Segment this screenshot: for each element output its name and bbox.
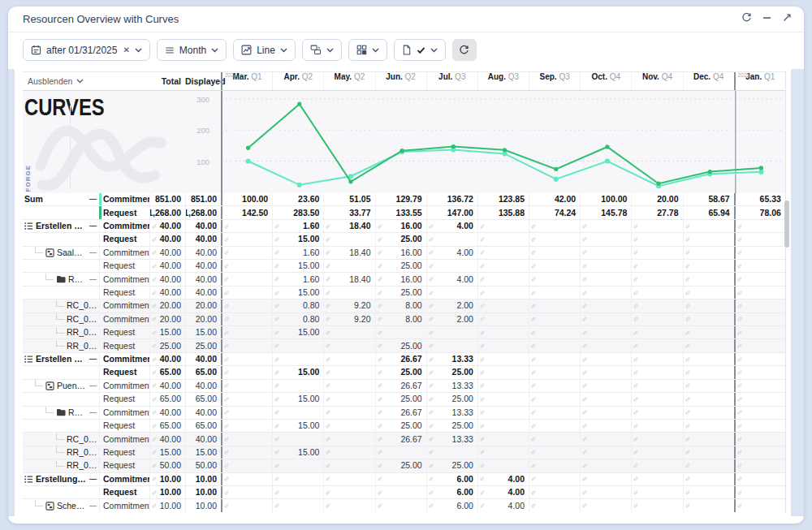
month-cell[interactable]: ✎ [272, 339, 323, 351]
month-cell[interactable]: ✎ [272, 459, 323, 472]
total-cell[interactable]: ✎40.00 [149, 353, 185, 365]
month-cell[interactable]: ✎ [631, 499, 682, 511]
month-cell[interactable]: ✎ [272, 353, 323, 365]
month-cell[interactable]: ✎15.00 [272, 260, 323, 272]
month-cell[interactable]: ✎ [734, 393, 785, 405]
month-cell[interactable]: ✎ [683, 287, 734, 299]
month-cell[interactable]: ✎ [734, 499, 785, 511]
month-cell[interactable]: ✎18.40 [323, 273, 374, 285]
collapse-toggle[interactable]: — [87, 274, 99, 286]
month-cell[interactable]: ✎ [631, 407, 682, 419]
request-point[interactable] [451, 144, 456, 149]
month-cell[interactable]: ✎ [221, 433, 272, 445]
month-cell[interactable]: ✎ [221, 393, 272, 405]
total-cell[interactable]: ✎10.00 [149, 473, 185, 485]
month-cell[interactable]: ✎ [683, 273, 734, 285]
month-cell[interactable]: ✎ [734, 326, 785, 338]
month-cell[interactable]: ✎ [529, 366, 580, 378]
month-cell[interactable]: ✎ [683, 486, 734, 498]
month-cell[interactable]: ✎ [631, 473, 682, 485]
month-cell[interactable]: ✎ [631, 486, 682, 498]
month-cell[interactable]: ✎ [734, 260, 785, 272]
month-cell[interactable]: ✎ [631, 273, 682, 285]
month-cell[interactable]: ✎ [683, 499, 734, 511]
month-cell[interactable]: ✎ [529, 499, 580, 511]
month-cell[interactable]: ✎ [272, 407, 323, 419]
month-cell[interactable]: ✎ [221, 233, 272, 245]
month-cell[interactable]: ✎8.00 [375, 313, 426, 325]
month-cell[interactable]: ✎ [683, 407, 734, 419]
month-cell[interactable]: ✎ [323, 433, 374, 445]
month-cell[interactable]: ✎ [323, 407, 374, 419]
month-cell[interactable]: ✎ [631, 339, 682, 351]
month-cell[interactable]: ✎ [683, 233, 734, 245]
month-cell[interactable]: ✎ [477, 287, 529, 299]
month-cell[interactable]: ✎15.00 [272, 287, 323, 299]
month-cell[interactable]: ✎ [221, 486, 272, 498]
month-cell[interactable]: ✎ [323, 233, 374, 245]
month-cell[interactable]: ✎ [734, 220, 785, 232]
request-point[interactable] [708, 170, 712, 174]
month-cell[interactable]: ✎ [375, 499, 426, 511]
month-cell[interactable]: ✎4.00 [477, 499, 529, 511]
request-point[interactable] [297, 102, 301, 106]
month-cell[interactable]: ✎ [529, 299, 580, 312]
month-cell[interactable]: ✎25.00 [375, 260, 426, 272]
commitment-point[interactable] [297, 183, 302, 187]
month-cell[interactable]: ✎ [323, 420, 374, 432]
month-cell[interactable]: ✎ [477, 220, 529, 232]
month-cell[interactable]: ✎ [477, 420, 529, 432]
month-cell[interactable]: ✎4.00 [426, 247, 477, 259]
collapse-toggle[interactable]: — [87, 220, 99, 232]
month-cell[interactable]: ✎ [683, 313, 734, 325]
month-cell[interactable]: ✎15.00 [272, 326, 323, 338]
month-cell[interactable]: ✎ [221, 260, 272, 272]
month-cell[interactable]: ✎ [426, 287, 477, 299]
grid-cards-button[interactable] [348, 39, 387, 61]
month-cell[interactable]: ✎ [580, 353, 631, 365]
request-point[interactable] [656, 182, 660, 186]
month-cell[interactable]: ✎ [580, 366, 631, 378]
month-cell[interactable]: ✎ [221, 459, 272, 472]
collapse-toggle[interactable]: — [87, 353, 99, 365]
month-cell[interactable]: ✎ [734, 486, 785, 498]
month-cell[interactable]: ✎ [580, 220, 631, 232]
month-cell[interactable]: ✎ [580, 407, 631, 419]
month-cell[interactable]: ✎ [631, 260, 682, 272]
month-cell[interactable]: ✎ [529, 313, 580, 325]
month-cell[interactable]: ✎18.40 [323, 247, 374, 259]
month-cell[interactable]: ✎ [477, 299, 529, 312]
month-cell[interactable]: ✎ [580, 326, 631, 338]
month-cell[interactable]: ✎ [734, 433, 785, 445]
month-cell[interactable]: ✎25.00 [375, 393, 426, 405]
month-cell[interactable]: ✎ [683, 433, 734, 445]
month-cell[interactable]: ✎ [683, 380, 734, 392]
month-cell[interactable]: ✎ [272, 486, 323, 498]
total-cell[interactable]: ✎20.00 [149, 299, 185, 312]
commitment-point[interactable] [554, 177, 559, 182]
month-cell[interactable]: ✎ [580, 459, 631, 472]
month-cell[interactable]: ✎ [580, 393, 631, 405]
month-cell[interactable]: ✎ [734, 287, 785, 299]
month-cell[interactable]: ✎ [734, 353, 785, 365]
month-cell[interactable]: ✎ [221, 220, 272, 232]
month-cell[interactable]: ✎13.33 [426, 407, 477, 419]
month-cell[interactable]: ✎6.00 [426, 499, 477, 511]
month-cell[interactable]: ✎ [426, 339, 477, 351]
total-cell[interactable]: ✎25.00 [149, 339, 185, 351]
month-cell[interactable]: ✎26.67 [375, 433, 426, 445]
month-cell[interactable]: ✎ [477, 273, 529, 285]
request-point[interactable] [246, 146, 250, 150]
month-cell[interactable]: ✎15.00 [272, 233, 323, 245]
month-cell[interactable]: ✎ [734, 420, 785, 432]
month-cell[interactable]: ✎ [323, 446, 374, 459]
month-cell[interactable]: ✎ [683, 299, 734, 312]
month-cell[interactable]: ✎ [221, 339, 272, 351]
month-cell[interactable]: ✎ [221, 473, 272, 485]
month-cell[interactable]: ✎ [580, 433, 631, 445]
month-cell[interactable]: ✎ [683, 220, 734, 232]
month-cell[interactable]: ✎ [529, 486, 580, 498]
total-cell[interactable]: ✎10.00 [149, 486, 185, 498]
month-cell[interactable]: ✎ [529, 339, 580, 351]
month-cell[interactable]: ✎ [477, 433, 529, 445]
